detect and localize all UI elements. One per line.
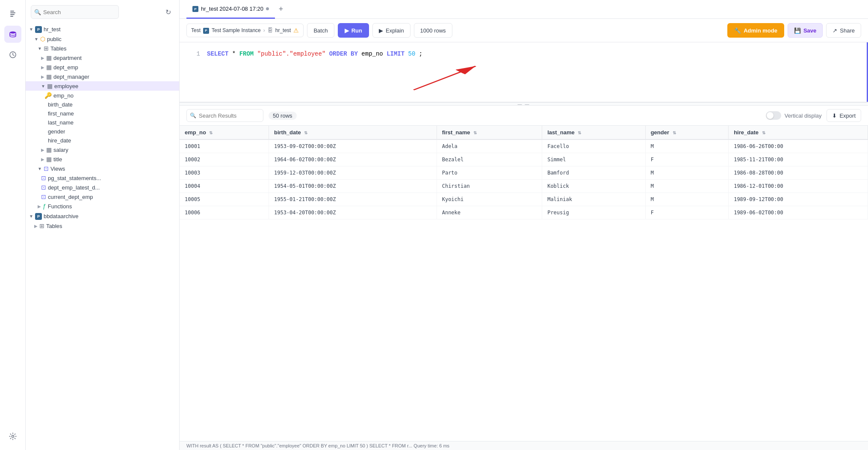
results-table-wrap[interactable]: emp_no ⇅ birth_date ⇅ first_name ⇅ las [180,126,868,441]
tree-item-title[interactable]: ▶ ▦ title [26,154,179,164]
tree-item-employee[interactable]: ▼ ▦ employee [26,81,179,91]
tree-item-first-name[interactable]: first_name [26,109,179,118]
connection-badge[interactable]: Test P Test Sample Instance › 🗄 hr_test … [186,24,304,37]
chevron-right-icon: ▶ [41,56,44,60]
kw-from: FROM [239,50,254,57]
vertical-display-wrap: Vertical display [766,111,822,120]
save-button[interactable]: 💾 Save [788,23,823,38]
table-row[interactable]: 100031959-12-03T00:00:00ZPartoBamfordM19… [180,166,868,180]
test-label: Test [191,27,201,33]
tree-label-public: public [47,36,62,42]
tree-item-department[interactable]: ▶ ▦ department [26,53,179,62]
results-search-wrap: 🔍 [186,109,263,122]
table-icon: ▦ [46,156,52,163]
tree-item-dept-emp-latest[interactable]: ⊡ dept_emp_latest_d... [26,183,179,192]
table-cell-emp_no: 10002 [180,153,269,166]
tree-search-wrap: 🔍 [31,5,159,19]
results-search-input[interactable] [186,109,263,122]
table-row[interactable]: 100041954-05-01T00:00:00ZChirstianKoblic… [180,180,868,193]
col-emp-no[interactable]: emp_no ⇅ [180,126,269,139]
tree-item-dept-emp[interactable]: ▶ ▦ dept_emp [26,62,179,72]
col-hire-date[interactable]: hire_date ⇅ [729,126,868,139]
limit-value: 50 [408,50,416,57]
chevron-down-icon: ▼ [34,37,38,41]
arrow-icon: › [263,27,265,33]
tree-item-emp-no[interactable]: 🔑 emp_no [26,91,179,100]
col-birth-date[interactable]: birth_date ⇅ [269,126,437,139]
table-cell-hire_date: 1986-06-26T00:00 [729,139,868,153]
tree-item-dept-manager[interactable]: ▶ ▦ dept_manager [26,72,179,81]
sort-icon: ⇅ [209,130,213,135]
resize-handle[interactable]: — — [180,102,868,106]
tree-item-views[interactable]: ▼ ⊡ Views [26,164,179,173]
table-cell-gender: F [645,153,729,166]
refresh-button[interactable]: ↻ [162,6,174,18]
table-row[interactable]: 100051955-01-21T00:00:00ZKyoichiMaliniak… [180,193,868,206]
table-row[interactable]: 100021964-06-02T00:00:00ZBezalelSimmelF1… [180,153,868,166]
table-row[interactable]: 100061953-04-20T00:00:00ZAnnekePreusigF1… [180,206,868,219]
tree-item-birth-date[interactable]: birth_date [26,100,179,109]
table-cell-hire_date: 1989-06-02T00:00 [729,206,868,219]
tab-hr-test[interactable]: P hr_test 2024-07-08 17:20 [186,0,275,19]
table-row[interactable]: 100011953-09-02T00:00:00ZAdelaFacelloM19… [180,139,868,153]
run-button[interactable]: ▶ Run [338,23,369,38]
tree-item-hr-test[interactable]: ▼ P hr_test [26,24,179,34]
code-content: SELECT * FROM "public"."employee" ORDER … [207,49,422,59]
tree-item-hire-date[interactable]: hire_date [26,136,179,145]
admin-mode-button[interactable]: 🔧 Admin mode [727,23,784,38]
sidebar-icon-history[interactable] [4,46,21,63]
tree-label-department: department [53,55,82,61]
tree-item-tables[interactable]: ▼ ⊞ Tables [26,44,179,53]
svg-line-8 [413,66,475,90]
line-number: 1 [190,49,200,59]
tree-label-dept-manager: dept_manager [53,74,89,80]
chevron-down-icon: ▼ [29,214,33,219]
tree-item-functions[interactable]: ▶ ƒ Functions [26,201,179,211]
chevron-right-icon: ▶ [38,204,41,209]
tab-add-button[interactable]: + [275,3,287,15]
table-cell-gender: F [645,206,729,219]
tree-search-input[interactable] [31,5,119,19]
tree-item-current-dept-emp[interactable]: ⊡ current_dept_emp [26,192,179,201]
sidebar-icon-settings[interactable] [4,428,21,445]
rows-button[interactable]: 1000 rows [414,23,452,38]
tab-unsaved-dot [266,7,269,10]
col-last-name[interactable]: last_name ⇅ [542,126,645,139]
tree-label-current-dept-emp: current_dept_emp [48,194,93,200]
tree-label-hire-date: hire_date [48,137,71,144]
database-icon: P [35,25,42,33]
tree-item-gender[interactable]: gender [26,127,179,136]
wrench-icon: 🔧 [734,27,741,34]
row-count-badge: 50 rows [269,112,297,120]
tab-bar: P hr_test 2024-07-08 17:20 + [180,0,868,19]
table-cell-first_name: Parto [437,166,542,180]
table-cell-gender: M [645,193,729,206]
share-button[interactable]: ↗ Share [826,23,861,38]
play-icon: ▶ [345,27,349,34]
tree-item-bbdataarchive[interactable]: ▼ P bbdataarchive [26,211,179,221]
results-toolbar: 🔍 50 rows Vertical display ⬇ Export [180,106,868,126]
tree-label-emp-no: emp_no [53,92,74,99]
vertical-display-toggle[interactable] [766,111,781,120]
editor-area[interactable]: 1 SELECT * FROM "public"."employee" ORDE… [180,42,868,102]
explain-button[interactable]: ▶ Explain [372,23,410,38]
tree-item-tables-2[interactable]: ▶ ⊞ Tables [26,221,179,231]
svg-point-6 [12,435,14,438]
tree-item-last-name[interactable]: last_name [26,118,179,127]
col-first-name[interactable]: first_name ⇅ [437,126,542,139]
sidebar-icon-pages[interactable] [4,5,21,22]
table-cell-gender: M [645,180,729,193]
tree-item-pg-stat[interactable]: ⊡ pg_stat_statements... [26,173,179,183]
table-cell-birth_date: 1954-05-01T00:00:00Z [269,180,437,193]
col-gender[interactable]: gender ⇅ [645,126,729,139]
tree-item-public[interactable]: ▼ ⬡ public [26,34,179,44]
schema-icon: ⬡ [40,36,45,42]
main-area: P hr_test 2024-07-08 17:20 + Test P Test… [180,0,868,450]
tree-item-salary[interactable]: ▶ ▦ salary [26,145,179,154]
table-cell-emp_no: 10003 [180,166,269,180]
tree-label-last-name: last_name [48,119,74,126]
save-icon: 💾 [794,27,801,34]
sidebar-icon-database[interactable] [4,26,21,43]
export-button[interactable]: ⬇ Export [827,109,861,122]
batch-button[interactable]: Batch [307,23,334,38]
